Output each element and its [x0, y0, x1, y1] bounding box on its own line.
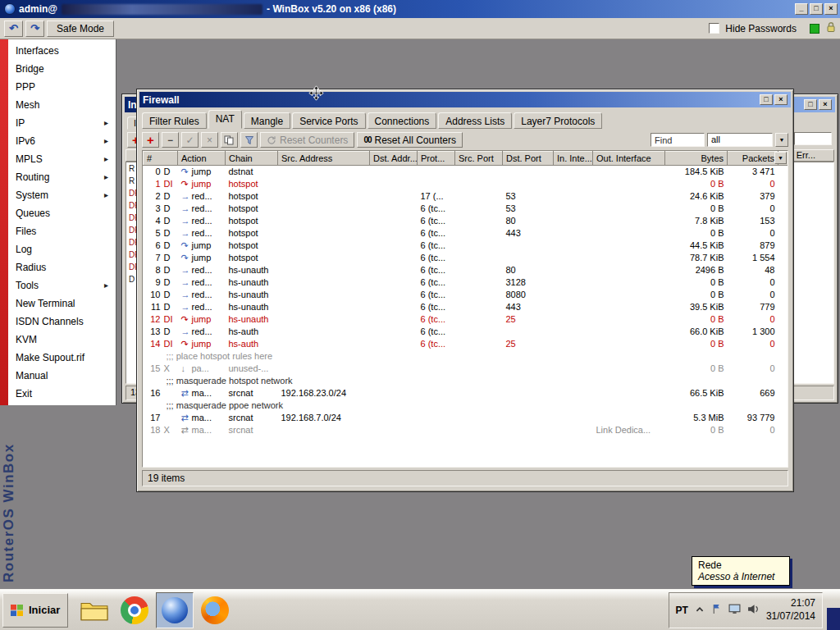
column-header-prot[interactable]: Prot...	[418, 152, 455, 166]
quick-launch-winbox[interactable]	[156, 592, 194, 628]
language-indicator[interactable]: PT	[676, 605, 688, 616]
column-header-[interactable]: #	[144, 152, 178, 166]
sidebar-item-bridge[interactable]: Bridge	[8, 60, 116, 78]
reset-counters-button[interactable]: Reset Counters	[260, 132, 354, 148]
close-button[interactable]: ×	[824, 3, 838, 15]
remove-rule-button[interactable]: −	[162, 132, 179, 148]
nat-find-input[interactable]	[651, 133, 705, 147]
nat-rule-row[interactable]: 18X⇄ma...srcnatLink Dedica...0 B0	[144, 424, 789, 436]
nat-rule-row[interactable]: 9D→red...hs-unauth6 (tc...31280 B0	[144, 276, 789, 289]
nat-rule-row[interactable]: 5D→red...hotspot6 (tc...4430 B0	[144, 227, 789, 240]
filter-button[interactable]	[240, 132, 258, 148]
quick-launch-chrome[interactable]	[116, 592, 153, 628]
column-selector-button[interactable]: ▼	[774, 152, 787, 164]
firewall-maximize-button[interactable]: □	[760, 94, 773, 105]
firewall-titlebar[interactable]: Firewall □ ×	[139, 92, 791, 107]
minimize-button[interactable]: _	[795, 3, 808, 15]
nat-comment-row[interactable]: ;;; masquerade hotspot network	[144, 375, 789, 387]
maximize-button[interactable]: □	[810, 3, 823, 15]
column-header-chain[interactable]: Chain	[226, 152, 278, 166]
sidebar-item-isdn-channels[interactable]: ISDN Channels	[8, 313, 116, 331]
nat-comment-row[interactable]: ;;; place hotspot rules here	[144, 350, 789, 363]
nat-rule-row[interactable]: 14DI↷jumphs-auth6 (tc...250 B0	[144, 338, 789, 350]
clock[interactable]: 21:07 31/07/2014	[766, 597, 815, 623]
column-header-action[interactable]: Action	[178, 152, 226, 166]
sidebar-item-new-terminal[interactable]: New Terminal	[8, 294, 116, 313]
nat-rule-row[interactable]: 2D→red...hotspot17 (...5324.6 KiB379	[144, 190, 789, 203]
tab-mangle[interactable]: Mangle	[244, 112, 290, 129]
tab-nat[interactable]: NAT	[208, 110, 242, 129]
redo-button[interactable]: ↷	[25, 21, 44, 37]
bgwin-err-column[interactable]: Err...	[797, 150, 815, 160]
column-header-in-inte[interactable]: In. Inte...	[554, 152, 593, 166]
reset-all-counters-button[interactable]: 00 Reset All Counters	[357, 132, 463, 148]
nat-rule-row[interactable]: 17⇄ma...srcnat192.168.7.0/245.3 MiB93 77…	[144, 412, 789, 424]
nat-rule-row[interactable]: 6D↷jumphotspot6 (tc...44.5 KiB879	[144, 240, 789, 252]
tray-display-icon[interactable]	[728, 603, 741, 618]
column-header-out-interface[interactable]: Out. Interface	[593, 152, 665, 166]
bgwin-close-button[interactable]: ×	[819, 99, 832, 110]
chain-filter-dropdown-arrow[interactable]: ▼	[775, 133, 788, 147]
column-header-dst-addr[interactable]: Dst. Addr...	[370, 152, 418, 166]
tray-expand-icon[interactable]	[695, 603, 705, 618]
sidebar-item-manual[interactable]: Manual	[8, 367, 116, 385]
sidebar-item-radius[interactable]: Radius	[8, 258, 116, 276]
copy-rule-button[interactable]	[221, 132, 238, 148]
sidebar-item-mesh[interactable]: Mesh	[8, 96, 116, 114]
column-header-src-address[interactable]: Src. Address	[278, 152, 370, 166]
column-header-packets[interactable]: Packets	[728, 152, 778, 166]
sidebar-item-make-supout-rif[interactable]: Make Supout.rif	[8, 349, 116, 367]
quick-launch-explorer[interactable]	[75, 592, 113, 628]
tab-layer7-protocols[interactable]: Layer7 Protocols	[514, 112, 602, 129]
sidebar-item-queues[interactable]: Queues	[8, 204, 116, 222]
sidebar-item-log[interactable]: Log	[8, 240, 116, 258]
column-header-dst-port[interactable]: Dst. Port	[503, 152, 554, 166]
sidebar-item-ip[interactable]: IP▸	[8, 114, 116, 132]
disable-rule-button[interactable]: ×	[201, 132, 218, 148]
add-rule-button[interactable]: +	[142, 132, 159, 148]
sidebar-item-routing[interactable]: Routing▸	[8, 168, 116, 186]
nat-rule-row[interactable]: 13D→red...hs-auth6 (tc...66.0 KiB1 300	[144, 326, 789, 338]
sidebar-item-exit[interactable]: Exit	[8, 385, 116, 403]
tray-flag-icon[interactable]	[711, 603, 722, 618]
nat-rule-row[interactable]: 12DI↷jumphs-unauth6 (tc...250 B0	[144, 313, 789, 326]
column-header-src-port[interactable]: Src. Port	[455, 152, 503, 166]
bgwin-find-input[interactable]	[794, 132, 832, 145]
nat-rule-row[interactable]: 16⇄ma...srcnat192.168.23.0/2466.5 KiB669	[144, 387, 789, 399]
nat-rule-row[interactable]: 8D→red...hs-unauth6 (tc...802496 B48	[144, 264, 789, 276]
submenu-arrow-icon: ▸	[104, 186, 108, 204]
start-button[interactable]: Iniciar	[2, 593, 68, 628]
sidebar-item-kvm[interactable]: KVM	[8, 331, 116, 349]
undo-button[interactable]: ↶	[4, 21, 23, 37]
nat-rule-row[interactable]: 0D↷jumpdstnat184.5 KiB3 471	[144, 166, 789, 178]
sidebar-item-mpls[interactable]: MPLS▸	[8, 150, 116, 168]
quick-launch-firefox[interactable]	[196, 592, 234, 628]
nat-rule-row[interactable]: 1DI↷jumphotspot0 B0	[144, 178, 789, 190]
sidebar-item-tools[interactable]: Tools▸	[8, 276, 116, 294]
column-header-bytes[interactable]: Bytes	[665, 152, 728, 166]
nat-rule-row[interactable]: 10D→red...hs-unauth6 (tc...80800 B0	[144, 289, 789, 301]
nat-rule-row[interactable]: 15X↓pa...unused-...0 B0	[144, 363, 789, 375]
sidebar-item-files[interactable]: Files	[8, 222, 116, 240]
firewall-window[interactable]: Firewall □ × Filter RulesNATMangleServic…	[136, 89, 794, 492]
tab-connections[interactable]: Connections	[368, 112, 437, 129]
safe-mode-button[interactable]: Safe Mode	[47, 21, 114, 37]
hide-passwords-checkbox[interactable]	[709, 23, 719, 34]
tab-service-ports[interactable]: Service Ports	[292, 112, 365, 129]
nat-comment-row[interactable]: ;;; masquerade ppoe network	[144, 399, 789, 412]
nat-rule-row[interactable]: 11D→red...hs-unauth6 (tc...44339.5 KiB77…	[144, 301, 789, 313]
tab-filter-rules[interactable]: Filter Rules	[142, 112, 207, 129]
nat-rule-row[interactable]: 3D→red...hotspot6 (tc...530 B0	[144, 203, 789, 215]
bgwin-maximize-button[interactable]: □	[804, 99, 817, 110]
chain-filter-dropdown[interactable]: all	[707, 133, 773, 147]
sidebar-item-ipv6[interactable]: IPv6▸	[8, 132, 116, 150]
sidebar-item-system[interactable]: System▸	[8, 186, 116, 204]
sidebar-item-ppp[interactable]: PPP	[8, 78, 116, 96]
nat-rule-row[interactable]: 7D↷jumphotspot6 (tc...78.7 KiB1 554	[144, 252, 789, 264]
firewall-close-button[interactable]: ×	[774, 94, 788, 105]
tray-volume-icon[interactable]	[747, 603, 760, 618]
nat-rule-row[interactable]: 4D→red...hotspot6 (tc...807.8 KiB153	[144, 215, 789, 227]
enable-rule-button[interactable]: ✓	[181, 132, 199, 148]
tab-address-lists[interactable]: Address Lists	[438, 112, 512, 129]
sidebar-item-interfaces[interactable]: Interfaces	[8, 42, 116, 60]
